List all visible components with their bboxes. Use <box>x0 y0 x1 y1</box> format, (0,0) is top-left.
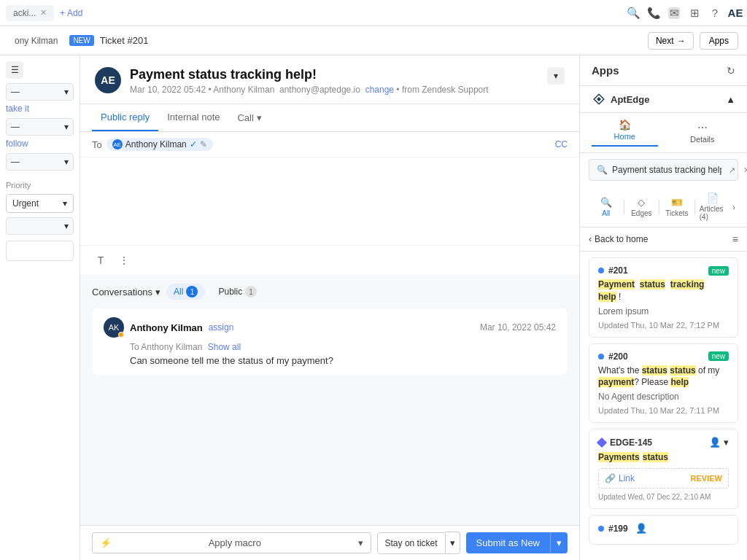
reply-to-row: To AE Anthony Kilman ✓ ✎ CC <box>80 132 579 158</box>
chevron-down-icon-edge[interactable]: ▾ <box>724 437 729 448</box>
chevron-down-icon: ▾ <box>64 87 69 97</box>
more-options-icon[interactable]: ⋮ <box>115 252 133 269</box>
follow-link[interactable]: follow <box>6 139 74 149</box>
all-icon: 🔍 <box>600 197 612 208</box>
cc-button[interactable]: CC <box>555 139 568 149</box>
empty-field-1 <box>6 241 74 261</box>
sidebar-section-4: ▾ <box>6 217 74 261</box>
back-arrow-icon: ‹ <box>589 234 592 244</box>
message-to: To Anthony Kilman Show all <box>104 342 556 352</box>
tab-internal-note[interactable]: Internal note <box>158 104 228 131</box>
filter-tab-all[interactable]: 🔍 All <box>589 194 624 220</box>
submit-label: Submit as New <box>466 532 550 553</box>
add-tab[interactable]: + Add <box>60 8 82 18</box>
submit-dropdown-icon[interactable]: ▾ <box>550 532 568 553</box>
aptedge-brand: AptEdge <box>592 92 649 106</box>
format-text-icon[interactable]: T <box>92 252 109 269</box>
reply-editor[interactable] <box>80 158 579 245</box>
tab-label: acki... <box>13 8 36 18</box>
edge-card-145[interactable]: EDGE-145 👤 ▾ Payments status 🔗 Link REVI <box>589 429 738 509</box>
filter-options-icon[interactable]: ≡ <box>732 233 738 245</box>
refresh-icon[interactable]: ↻ <box>727 65 735 77</box>
stay-on-ticket-button[interactable]: Stay on ticket <box>377 532 446 554</box>
tab-close-icon[interactable]: ✕ <box>40 8 47 18</box>
sidebar-toggle-icon[interactable]: ☰ <box>6 61 23 79</box>
tab-tracking[interactable]: acki... ✕ <box>6 5 54 21</box>
card-title-200: What's the status status of my payment? … <box>598 365 729 389</box>
edges-icon: ◇ <box>638 197 645 208</box>
recipient-tag[interactable]: AE Anthony Kilman ✓ ✎ <box>107 138 213 151</box>
take-it-link[interactable]: take it <box>6 104 74 114</box>
ticket-meta: Mar 10, 2022 05:42 • Anthony Kilman anth… <box>130 85 489 95</box>
sidebar-section-3: — ▾ <box>6 153 74 171</box>
filter-tab-tickets[interactable]: 🎫 Tickets <box>659 194 694 220</box>
card-desc-201: Lorem ipsum <box>598 306 729 316</box>
next-arrow-icon: → <box>677 36 686 46</box>
assign-link[interactable]: assign <box>209 322 234 332</box>
card-number-199: #199 <box>608 524 628 534</box>
sidebar-dropdown-2[interactable]: — ▾ <box>6 118 74 136</box>
filter-tab-edges[interactable]: ◇ Edges <box>624 194 659 220</box>
close-search-icon[interactable]: ✕ <box>740 164 747 176</box>
sidebar-dropdown-4[interactable]: ▾ <box>6 217 74 235</box>
recipient-edit-icon[interactable]: ✎ <box>200 139 207 149</box>
search-input[interactable] <box>612 165 721 175</box>
filter-more-icon[interactable]: › <box>729 200 738 214</box>
next-button[interactable]: Next → <box>648 32 694 50</box>
submit-button[interactable]: Submit as New ▾ <box>466 532 568 553</box>
link-label[interactable]: 🔗 Link <box>605 473 635 483</box>
conversations-header: Conversations ▾ All 1 Public 1 <box>92 284 568 300</box>
sidebar-dropdown-3[interactable]: — ▾ <box>6 153 74 171</box>
nav-home[interactable]: 🏠 Home <box>592 119 658 147</box>
user-tab[interactable]: ony Kilman <box>9 34 63 48</box>
new-badge: NEW <box>69 35 93 46</box>
message-icon[interactable]: ✉ <box>668 7 680 19</box>
conversations-label[interactable]: Conversations ▾ <box>92 287 160 298</box>
bottom-right-actions: Stay on ticket ▾ Submit as New ▾ <box>377 532 568 554</box>
bottom-bar: ⚡ Apply macro ▾ Stay on ticket ▾ Submit … <box>80 525 579 560</box>
filter-all[interactable]: All 1 <box>166 284 205 300</box>
edge-diamond-icon <box>597 438 607 448</box>
nav-details[interactable]: ⋯ Details <box>670 122 736 144</box>
search-icon[interactable]: 🔍 <box>627 7 639 19</box>
chevron-down-icon-5: ▾ <box>64 221 69 231</box>
edge-number-145: EDGE-145 <box>610 438 652 448</box>
stay-dropdown-icon[interactable]: ▾ <box>446 532 460 554</box>
message-author: AK Anthony Kilman assign <box>104 317 233 338</box>
message-time: Mar 10, 2022 05:42 <box>480 322 556 332</box>
message-body: Can someone tell me the status of my pay… <box>104 355 556 366</box>
phone-icon[interactable]: 📞 <box>648 7 659 19</box>
grid-icon[interactable]: ⊞ <box>689 7 700 19</box>
priority-section: Priority Urgent ▾ <box>6 175 74 213</box>
filter-tab-articles[interactable]: 📄 Articles (4) <box>695 190 730 224</box>
card-dot-199 <box>598 526 604 532</box>
edge-title-145: Payments status <box>598 452 729 462</box>
tab-call[interactable]: Call ▾ <box>228 105 270 131</box>
help-icon[interactable]: ? <box>709 7 721 19</box>
avatar-status <box>118 332 124 338</box>
user-icon-199: 👤 <box>635 523 647 534</box>
card-header-201: #201 new <box>598 265 729 276</box>
ticket-card-199[interactable]: #199 👤 <box>589 515 738 545</box>
recipient-icon: AE <box>112 139 123 149</box>
external-link-icon[interactable]: ↗ <box>726 164 738 176</box>
show-all-link[interactable]: Show all <box>208 342 241 352</box>
macro-chevron-icon: ▾ <box>358 537 363 548</box>
ticket-card-200[interactable]: #200 new What's the status status of my … <box>589 343 738 424</box>
apps-button[interactable]: Apps <box>700 32 738 50</box>
tickets-icon: 🎫 <box>671 197 683 208</box>
ticket-collapse-icon[interactable]: ▾ <box>547 67 565 85</box>
brand-icon[interactable]: AE <box>729 7 741 19</box>
ticket-card-201[interactable]: #201 new Payment status tracking help ! … <box>589 257 738 338</box>
chevron-down-icon-conv: ▾ <box>155 287 160 298</box>
tab-public-reply[interactable]: Public reply <box>92 104 158 131</box>
recipient-verified-icon: ✓ <box>190 139 197 149</box>
priority-dropdown[interactable]: Urgent ▾ <box>6 194 74 213</box>
apply-macro-button[interactable]: ⚡ Apply macro ▾ <box>92 532 371 553</box>
change-link[interactable]: change <box>365 85 394 95</box>
filter-public[interactable]: Public 1 <box>211 284 264 300</box>
details-icon: ⋯ <box>697 122 708 133</box>
sidebar-dropdown-1[interactable]: — ▾ <box>6 83 74 101</box>
back-to-home-link[interactable]: ‹ Back to home <box>589 234 648 244</box>
aptedge-collapse-icon[interactable]: ▲ <box>726 94 735 105</box>
